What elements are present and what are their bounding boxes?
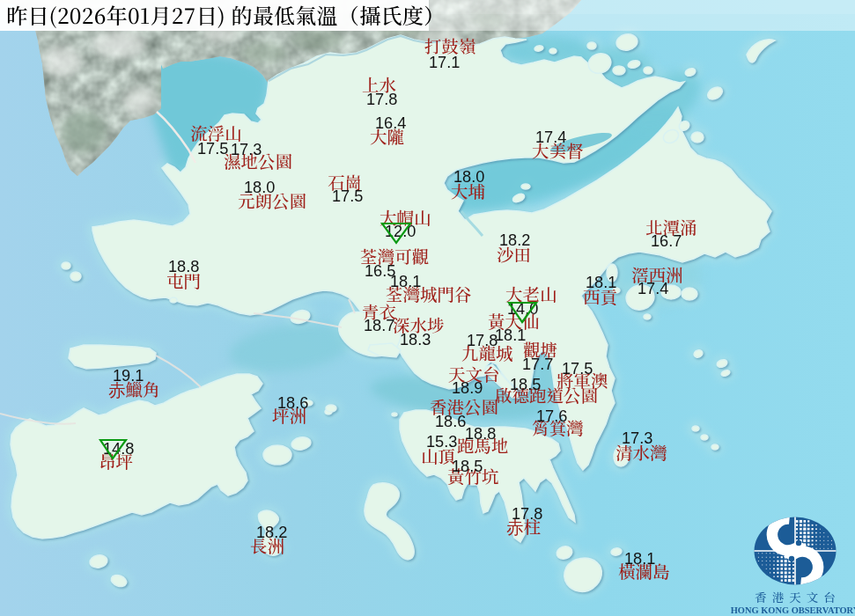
svg-text:香港天文台: 香港天文台 (755, 588, 841, 605)
svg-text:18.6: 18.6 (435, 413, 466, 430)
svg-text:18.3: 18.3 (400, 331, 431, 348)
svg-text:18.8: 18.8 (168, 258, 199, 275)
svg-text:17.8: 17.8 (512, 505, 542, 523)
svg-text:18.5: 18.5 (510, 376, 541, 393)
svg-text:18.2: 18.2 (256, 524, 287, 541)
svg-text:18.5: 18.5 (452, 458, 483, 475)
svg-text:17.8: 17.8 (467, 332, 498, 349)
svg-text:18.2: 18.2 (499, 231, 530, 249)
svg-text:17.6: 17.6 (536, 407, 567, 425)
svg-text:18.1: 18.1 (586, 274, 616, 291)
svg-text:17.1: 17.1 (429, 54, 460, 71)
svg-text:17.8: 17.8 (366, 91, 397, 108)
svg-text:18.7: 18.7 (364, 317, 394, 334)
svg-text:16.7: 16.7 (651, 232, 682, 250)
svg-text:17.5: 17.5 (562, 360, 593, 378)
svg-text:18.1: 18.1 (624, 550, 655, 568)
svg-text:18.1: 18.1 (390, 273, 421, 290)
svg-text:17.7: 17.7 (522, 356, 553, 373)
svg-text:19.1: 19.1 (113, 367, 144, 385)
svg-text:16.4: 16.4 (375, 114, 406, 132)
svg-text:17.4: 17.4 (638, 280, 668, 297)
svg-text:昨日(2026年01月27日) 的最低氣溫（攝氏度）: 昨日(2026年01月27日) 的最低氣溫（攝氏度） (6, 0, 445, 30)
svg-text:18.0: 18.0 (453, 168, 484, 186)
svg-text:17.3: 17.3 (622, 429, 652, 447)
svg-text:18.0: 18.0 (244, 179, 275, 196)
svg-text:17.3: 17.3 (231, 141, 262, 158)
svg-text:18.8: 18.8 (465, 425, 496, 443)
svg-text:17.5: 17.5 (332, 187, 363, 205)
svg-text:18.6: 18.6 (277, 394, 308, 412)
svg-text:17.4: 17.4 (535, 128, 566, 146)
svg-text:15.3: 15.3 (426, 433, 457, 451)
svg-text:HONG KONG OBSERVATORY: HONG KONG OBSERVATORY (731, 605, 855, 615)
